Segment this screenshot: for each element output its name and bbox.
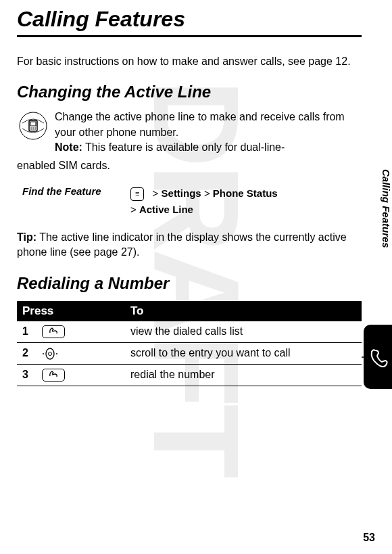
feature-para1: Change the active phone line to make and… — [55, 110, 362, 140]
step-num: 1 — [22, 325, 39, 338]
svg-point-5 — [34, 128, 36, 129]
note-label: Note: — [55, 141, 82, 153]
note-text-continuation: enabled SIM cards. — [17, 158, 362, 173]
find-feature-block: Find the Feature ≡ > Settings > Phone St… — [22, 185, 362, 218]
path-gt2: > — [204, 187, 210, 199]
network-subscriber-icon — [17, 110, 49, 142]
header-press: Press — [17, 301, 125, 321]
tip-paragraph: Tip: The active line indicator in the di… — [17, 230, 362, 260]
find-feature-label: Find the Feature — [22, 185, 130, 197]
svg-point-12 — [56, 353, 57, 354]
cell-step3-action: redial the number — [125, 364, 362, 386]
path-active-line: Active Line — [139, 204, 193, 215]
note-text-inline: This feature is available only for dual-… — [82, 141, 285, 153]
svg-point-10 — [49, 352, 52, 355]
svg-point-3 — [30, 128, 32, 129]
svg-point-4 — [32, 128, 34, 129]
path-gt1: > — [153, 187, 159, 199]
cell-step1-action: view the dialed calls list — [125, 321, 362, 343]
page-number: 53 — [363, 532, 375, 544]
page-title: Calling Features — [17, 7, 362, 32]
svg-point-9 — [46, 348, 54, 359]
tip-text: The active line indicator in the display… — [17, 231, 347, 258]
redial-table: Press To 1 view the dialed calls list 2 — [17, 301, 362, 386]
header-to: To — [125, 301, 362, 321]
menu-key-icon: ≡ — [130, 187, 144, 201]
svg-point-11 — [43, 353, 44, 354]
table-header-row: Press To — [17, 301, 362, 321]
table-row: 1 view the dialed calls list — [17, 321, 362, 343]
feature-description-block: Change the active phone line to make and… — [17, 110, 362, 155]
tip-label: Tip: — [17, 231, 36, 243]
svg-point-6 — [30, 129, 32, 131]
cell-step2-key: 2 — [17, 343, 125, 365]
step-num: 2 — [22, 347, 39, 359]
step-num: 3 — [22, 369, 39, 381]
page-content: Calling Features For basic instructions … — [0, 0, 392, 393]
cell-step2-action: scroll to the entry you want to call — [125, 343, 362, 365]
path-phone-status: Phone Status — [213, 187, 278, 199]
path-settings: Settings — [162, 187, 201, 199]
send-key-icon — [42, 325, 65, 338]
intro-text: For basic instructions on how to make an… — [17, 54, 362, 69]
svg-point-8 — [34, 129, 36, 131]
section-heading-active-line: Changing the Active Line — [17, 83, 362, 101]
table-row: 2 scroll to the entry you want to call — [17, 343, 362, 365]
feature-path: ≡ > Settings > Phone Status > Active Lin… — [130, 185, 278, 218]
table-row: 3 redial the number — [17, 364, 362, 386]
feature-note-line: Note: This feature is available only for… — [55, 140, 362, 155]
section-heading-redial: Redialing a Number — [17, 274, 362, 293]
path-gt3: > — [130, 204, 137, 215]
title-rule — [17, 35, 362, 37]
svg-point-7 — [32, 129, 34, 131]
nav-key-icon — [42, 348, 58, 360]
send-key-icon — [42, 369, 65, 382]
cell-step3-key: 3 — [17, 364, 125, 386]
svg-rect-2 — [30, 122, 36, 126]
cell-step1-key: 1 — [17, 321, 125, 343]
